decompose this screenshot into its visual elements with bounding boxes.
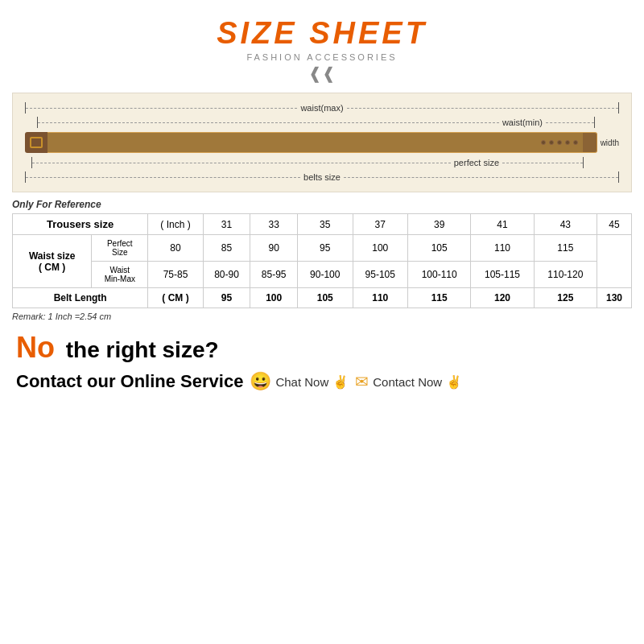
wm-43: 105-115: [471, 262, 534, 288]
trousers-size-header: Trousers size: [13, 214, 148, 235]
col-31: 31: [203, 214, 250, 235]
col-43: 43: [534, 214, 597, 235]
waist-minmax-sublabel: WaistMin-Max: [92, 262, 148, 288]
wm-37: 90-100: [298, 262, 353, 288]
col-39: 39: [408, 214, 471, 235]
perfect-size-label: perfect size: [454, 158, 499, 167]
bl-35: 105: [298, 288, 353, 308]
belt-length-label: Belt Length: [13, 288, 148, 308]
col-33: 33: [250, 214, 298, 235]
size-table: Trousers size ( Inch ) 31 33 35 37 39 41…: [12, 213, 632, 308]
chat-icon: 😀: [250, 371, 271, 392]
wm-35: 85-95: [250, 262, 298, 288]
waist-min-label: waist(min): [502, 118, 543, 127]
perfect-size-row: Waist size( CM ) PerfectSize 80 85 90 95…: [13, 235, 632, 262]
reference-text: Only For Reference: [12, 199, 632, 210]
ps-31: 80: [148, 235, 203, 262]
no-size-text: the right size?: [60, 337, 219, 362]
col-37: 37: [353, 214, 408, 235]
wm-33: 80-90: [203, 262, 250, 288]
belts-size-label: belts size: [303, 172, 341, 182]
bl-33: 100: [250, 288, 298, 308]
hand-icon: ✌: [332, 374, 349, 390]
col-41: 41: [471, 214, 534, 235]
waist-minmax-row: WaistMin-Max 75-85 80-90 85-95 90-100 95…: [13, 262, 632, 288]
belt-diagram: waist(max) waist(min): [12, 93, 632, 192]
bl-37: 110: [353, 288, 408, 308]
wm-39: 95-105: [353, 262, 408, 288]
ps-41: 105: [408, 235, 471, 262]
hand-icon-2: ✌: [446, 374, 462, 390]
perfect-size-sublabel: PerfectSize: [92, 235, 148, 262]
bl-45: 130: [597, 288, 632, 308]
bl-39: 115: [408, 288, 471, 308]
no-label: No: [16, 331, 55, 364]
col-45: 45: [597, 214, 632, 235]
chat-now-button[interactable]: 😀 Chat Now ✌: [250, 371, 349, 392]
bl-41: 120: [471, 288, 534, 308]
col-35: 35: [298, 214, 353, 235]
inch-header: ( Inch ): [148, 214, 203, 235]
ps-39: 100: [353, 235, 408, 262]
width-label: width: [601, 138, 619, 147]
contact-now-label: Contact Now: [373, 375, 442, 389]
ps-45: 115: [534, 235, 597, 262]
subtitle: FASHION ACCESSORIES: [12, 52, 632, 62]
no-size-section: No the right size? Contact our Online Se…: [12, 331, 632, 392]
remark-text: Remark: 1 Inch =2.54 cm: [12, 312, 632, 321]
ps-33: 85: [203, 235, 250, 262]
wm-41: 100-110: [408, 262, 471, 288]
bl-31: 95: [203, 288, 250, 308]
chevrons-icon: ❰❰: [12, 64, 632, 83]
contact-our-text: Contact our Online Service: [16, 371, 243, 392]
envelope-icon: ✉: [355, 372, 369, 391]
wm-31: 75-85: [148, 262, 203, 288]
contact-line: Contact our Online Service 😀 Chat Now ✌ …: [16, 371, 628, 392]
bl-43: 125: [534, 288, 597, 308]
no-right-size-heading: No the right size?: [16, 331, 628, 365]
ps-37: 95: [298, 235, 353, 262]
waist-size-label: Waist size( CM ): [13, 235, 92, 288]
table-header-row: Trousers size ( Inch ) 31 33 35 37 39 41…: [13, 214, 632, 235]
chat-now-label: Chat Now: [275, 375, 328, 389]
waist-max-label: waist(max): [300, 103, 343, 113]
belt-length-row: Belt Length ( CM ) 95 100 105 110 115 12…: [13, 288, 632, 308]
ps-35: 90: [250, 235, 298, 262]
ps-43: 110: [471, 235, 534, 262]
belt-length-unit: ( CM ): [148, 288, 203, 308]
wm-45: 110-120: [534, 262, 597, 288]
main-title: SIZE SHEET: [12, 16, 632, 51]
contact-now-button[interactable]: ✉ Contact Now ✌: [355, 372, 462, 391]
